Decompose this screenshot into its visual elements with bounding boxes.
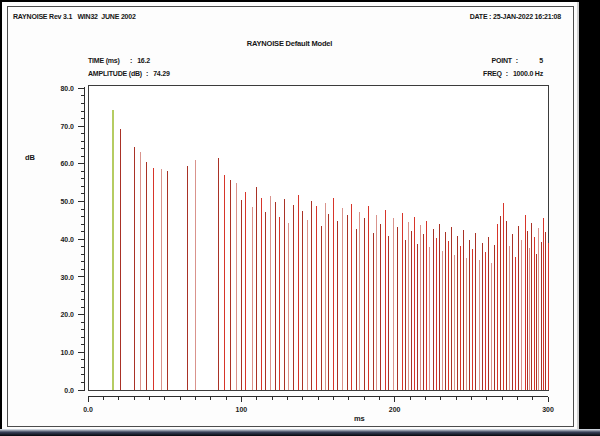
- freq-colon: :: [502, 70, 513, 77]
- y-tick-label: 60.0: [60, 160, 74, 167]
- point-label: POINT: [491, 57, 511, 64]
- date-header: DATE : 25-JAN-2022 16:21:08: [470, 13, 561, 20]
- time-readout: TIME (ms):16.2: [88, 57, 150, 64]
- point-colon: :: [512, 57, 523, 64]
- amplitude-value: 74.29: [153, 70, 170, 77]
- amplitude-label: AMPLITUDE (dB): [88, 70, 142, 77]
- y-tick-label: 20.0: [60, 311, 74, 318]
- y-tick-label: 40.0: [60, 236, 74, 243]
- raynoise-screenshot: { "window": { "header_left": "RAYNOISE R…: [0, 0, 600, 436]
- app-version-header: RAYNOISE Rev 3.1 WIN32 JUNE 2002: [13, 13, 136, 20]
- point-freq-readout: POINT:5 FREQ:1000.0 Hz: [483, 57, 543, 77]
- freq-value: 1000.0 Hz: [513, 70, 543, 77]
- x-tick-label: 300: [542, 406, 554, 413]
- x-tick-label: 100: [235, 406, 247, 413]
- amplitude-readout: AMPLITUDE (dB):74.29: [88, 70, 170, 77]
- time-colon: :: [126, 57, 137, 64]
- x-tick-label: 0.0: [83, 406, 93, 413]
- freq-readout: FREQ:1000.0 Hz: [483, 70, 543, 77]
- y-tick-label: 50.0: [60, 198, 74, 205]
- freq-label: FREQ: [483, 70, 502, 77]
- bottom-border-bar: [0, 429, 600, 436]
- y-tick-label: 30.0: [60, 274, 74, 281]
- x-tick-label: 200: [389, 406, 401, 413]
- y-tick-label: 80.0: [60, 85, 74, 92]
- y-tick-label: 10.0: [60, 349, 74, 356]
- time-label: TIME (ms): [88, 57, 126, 64]
- y-tick-label: 70.0: [60, 123, 74, 130]
- point-readout: POINT:5: [483, 57, 543, 64]
- y-tick-label: 0.0: [64, 387, 74, 394]
- amplitude-colon: :: [142, 70, 153, 77]
- report-page: RAYNOISE Rev 3.1 WIN32 JUNE 2002 DATE : …: [2, 2, 579, 429]
- time-value: 16.2: [137, 57, 150, 64]
- echogram-plot[interactable]: 80.070.060.050.040.030.020.010.00.00.010…: [2, 78, 579, 428]
- point-value: 5: [523, 57, 543, 64]
- model-title: RAYNOISE Default Model: [2, 39, 577, 48]
